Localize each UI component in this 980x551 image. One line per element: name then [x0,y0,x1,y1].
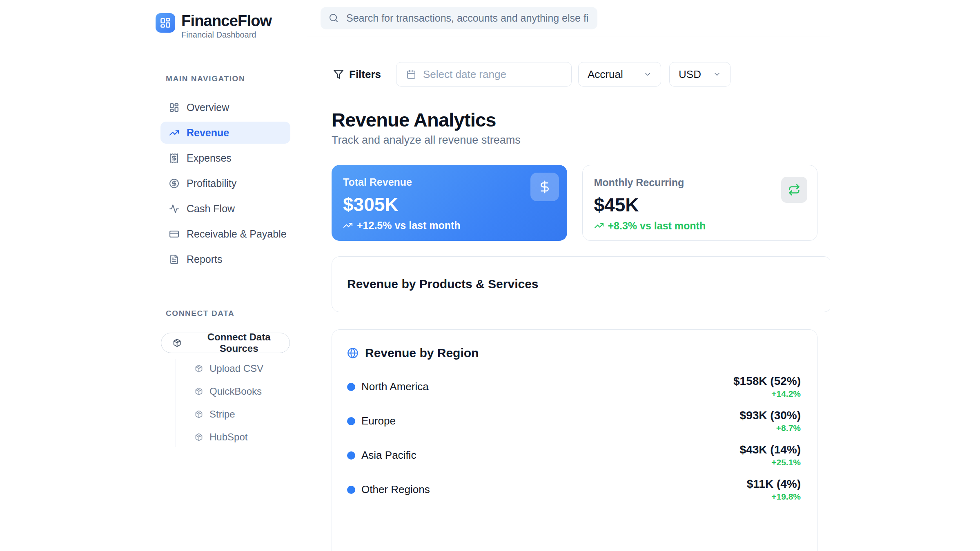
global-search[interactable] [321,7,597,29]
filters-button-label: Filters [349,68,381,81]
region-change: +14.2% [733,389,801,399]
chevron-down-icon [644,70,652,78]
nav-section-label: MAIN NAVIGATION [166,74,306,83]
sidebar-item-receivable-and-payable[interactable]: Receivable & Payable [160,223,290,245]
credit-card-icon [169,229,179,239]
stat-trend: +8.3% vs last month [594,220,806,232]
stat-trend: +12.5% vs last month [343,220,556,231]
total-revenue-card: Total Revenue $305K +12.5% vs last month [332,165,567,241]
region-section-title: Revenue by Region [365,346,479,360]
calendar-icon [406,69,416,79]
date-range-field[interactable]: Select date range [396,62,572,87]
filters-button[interactable]: Filters [333,68,381,81]
sidebar-item-revenue[interactable]: Revenue [160,122,290,144]
brand-logo-row: FinanceFlow Financial Dashboard [156,13,306,40]
trending-up-icon [594,221,604,231]
repeat-icon-box [781,177,807,203]
filters-bar: Filters Select date range Accrual USD [306,36,830,97]
repeat-icon [788,184,800,196]
sidebar-item-label: Profitability [187,178,236,189]
region-dot [347,383,355,391]
region-name: Asia Pacific [361,449,416,462]
dollar-icon-box [530,173,559,201]
package-icon [173,338,181,347]
sidebar-item-profitability[interactable]: Profitability [160,172,290,194]
revenue-by-region-card: Revenue by Region North America $158K (5… [332,329,817,551]
region-name: North America [361,380,429,393]
region-dot [347,417,355,425]
region-value: $93K (30%) [740,409,801,422]
brand-logo [156,13,175,33]
top-header [306,0,830,36]
region-value: $158K (52%) [733,375,801,388]
region-card-header: Revenue by Region [347,346,801,360]
package-icon [195,410,203,418]
revenue-by-products-card: Revenue by Products & Services [332,256,830,312]
connect-item-label: HubSpot [209,431,247,443]
app-root: FinanceFlow Financial Dashboard MAIN NAV… [0,0,980,551]
region-name: Other Regions [361,483,430,496]
sidebar-item-label: Overview [187,102,229,113]
stat-label: Total Revenue [343,176,556,188]
currency-value: USD [679,68,701,81]
connect-button-label: Connect Data Sources [188,331,290,354]
stat-value: $305K [343,195,556,214]
stat-label: Monthly Recurring [594,177,806,189]
content-area: Revenue Analytics Track and analyze all … [306,97,830,551]
currency-select[interactable]: USD [669,62,731,87]
activity-icon [169,204,179,214]
region-change: +19.8% [747,492,801,502]
region-row-other-regions: Other Regions $11K (4%) +19.8% [347,478,801,502]
sidebar-item-label: Receivable & Payable [187,228,287,240]
region-value: $11K (4%) [747,478,801,491]
connect-data-sources-button[interactable]: Connect Data Sources [161,333,290,353]
sidebar-item-expenses[interactable]: Expenses [160,147,290,169]
sidebar-item-overview[interactable]: Overview [160,96,290,118]
region-dot [347,451,355,460]
main-navigation: Overview Revenue Expenses Profitability … [160,96,290,270]
sidebar-item-cash-flow[interactable]: Cash Flow [160,198,290,220]
accounting-basis-value: Accrual [588,68,623,81]
filter-funnel-icon [333,69,344,80]
connect-source-stripe[interactable]: Stripe [195,404,306,424]
receipt-icon [169,153,179,163]
sidebar-item-reports[interactable]: Reports [160,248,290,270]
connect-source-hubspot[interactable]: HubSpot [195,427,306,447]
stat-value: $45K [594,196,806,214]
main-area: Filters Select date range Accrual USD Re… [306,0,830,551]
connect-data-sources-list: Upload CSV QuickBooks Stripe HubSpot [176,359,306,447]
package-icon [195,387,203,395]
page-title: Revenue Analytics [332,109,817,131]
trending-up-icon [169,128,179,138]
connect-source-upload-csv[interactable]: Upload CSV [195,359,306,378]
region-dot [347,486,355,494]
brand-name: FinanceFlow [181,13,272,29]
region-change: +25.1% [740,458,801,467]
region-breakdown-list: North America $158K (52%) +14.2% Europe … [347,375,801,502]
sidebar-header: FinanceFlow Financial Dashboard [0,0,306,48]
connect-item-label: Upload CSV [209,363,263,374]
region-value: $43K (14%) [740,443,801,456]
dashboard-grid-icon [160,17,171,29]
stat-trend-text: +12.5% vs last month [357,220,461,231]
date-range-placeholder: Select date range [423,68,506,81]
sidebar: FinanceFlow Financial Dashboard MAIN NAV… [0,0,306,551]
file-text-icon [169,254,179,264]
region-row-north-america: North America $158K (52%) +14.2% [347,375,801,399]
sidebar-item-label: Cash Flow [187,203,235,215]
connect-section-label: CONNECT DATA [166,309,306,318]
trending-up-icon [343,220,353,230]
region-row-asia-pacific: Asia Pacific $43K (14%) +25.1% [347,443,801,468]
package-icon [195,433,203,441]
sidebar-item-label: Expenses [187,152,232,164]
page-subtitle: Track and analyze all revenue streams [332,134,817,147]
dollar-icon [538,180,552,194]
search-input[interactable] [345,12,589,24]
globe-icon [347,347,359,359]
accounting-basis-select[interactable]: Accrual [578,62,661,87]
connect-source-quickbooks[interactable]: QuickBooks [195,382,306,401]
region-name: Europe [361,415,396,427]
sidebar-item-label: Reports [187,253,223,265]
chevron-down-icon [713,70,721,78]
layout-grid-icon [169,102,179,113]
